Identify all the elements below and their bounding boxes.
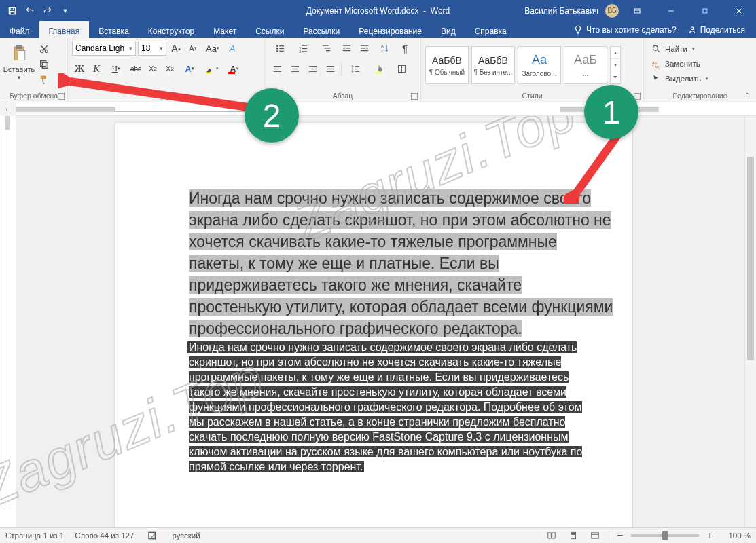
- multilevel-icon[interactable]: [315, 41, 337, 56]
- status-words[interactable]: Слово 44 из 127: [75, 531, 134, 540]
- page[interactable]: Иногда нам срочно нужно записать содержи…: [115, 123, 632, 527]
- status-page[interactable]: Страница 1 из 1: [5, 531, 64, 540]
- change-case-icon[interactable]: Aa ▾: [202, 41, 223, 56]
- zoom-out-icon[interactable]: −: [615, 529, 626, 542]
- svg-rect-15: [279, 45, 284, 46]
- web-layout-icon[interactable]: [587, 529, 603, 542]
- select-button[interactable]: Выделить ▾: [651, 72, 708, 86]
- paste-button[interactable]: Вставить ▼: [4, 41, 34, 88]
- svg-rect-33: [360, 48, 365, 48]
- sort-icon[interactable]: AZ: [374, 41, 395, 56]
- tab-review[interactable]: Рецензирование: [349, 21, 431, 38]
- tell-me[interactable]: Что вы хотите сделать?: [573, 25, 677, 35]
- align-center-icon[interactable]: [287, 61, 303, 76]
- redo-icon[interactable]: [39, 3, 56, 19]
- svg-point-5: [691, 26, 694, 29]
- indent-left-icon[interactable]: [338, 41, 355, 56]
- line-spacing-icon[interactable]: [344, 61, 366, 76]
- save-icon[interactable]: [4, 3, 20, 19]
- font-name-select[interactable]: Candara Ligh▾: [72, 41, 136, 56]
- tab-view[interactable]: Вид: [431, 21, 465, 38]
- svg-rect-1: [10, 7, 14, 10]
- styles-scroll[interactable]: ▴▾⏷: [610, 46, 621, 84]
- status-language[interactable]: русский: [172, 531, 200, 540]
- shrink-font-icon[interactable]: A▾: [185, 41, 200, 56]
- group-paragraph: 123 AZ ¶ Абзац: [265, 38, 421, 102]
- qat-customize-icon[interactable]: ▼: [57, 3, 73, 19]
- cut-icon[interactable]: [37, 42, 52, 56]
- tab-references[interactable]: Ссылки: [246, 21, 293, 38]
- indent-right-icon[interactable]: [356, 41, 372, 56]
- scrollbar-vertical[interactable]: [744, 116, 756, 527]
- tab-layout[interactable]: Макет: [204, 21, 246, 38]
- svg-text:ac: ac: [655, 64, 659, 69]
- tab-home[interactable]: Главная: [39, 21, 90, 38]
- font-size-select[interactable]: 18▾: [138, 41, 166, 56]
- svg-rect-26: [322, 45, 328, 45]
- titlebar: ▼ Документ Microsoft Word.docx - Word Ва…: [0, 0, 756, 21]
- style-no-spacing[interactable]: АаБбВ¶ Без инте...: [471, 46, 515, 84]
- grow-font-icon[interactable]: A▴: [168, 41, 183, 56]
- style-heading1[interactable]: АаЗаголово...: [518, 46, 561, 84]
- show-marks-icon[interactable]: ¶: [397, 41, 413, 56]
- style-normal[interactable]: АаБбВ¶ Обычный: [425, 46, 469, 84]
- annotation-arrow-1: [564, 129, 645, 204]
- replace-button[interactable]: abacЗаменить: [651, 57, 708, 71]
- svg-rect-19: [279, 50, 284, 51]
- paragraph-dialog-icon[interactable]: [411, 93, 418, 100]
- svg-rect-34: [360, 50, 367, 51]
- zoom-in-icon[interactable]: +: [704, 530, 715, 541]
- shading-icon[interactable]: [367, 61, 389, 76]
- zoom-slider[interactable]: [631, 534, 699, 537]
- quick-access-toolbar: ▼: [0, 3, 73, 19]
- tab-insert[interactable]: Вставка: [89, 21, 139, 38]
- ribbon-tabs: Файл Главная Вставка Конструктор Макет С…: [0, 21, 756, 38]
- maximize-icon[interactable]: [689, 0, 721, 21]
- tab-design[interactable]: Конструктор: [139, 21, 204, 38]
- copy-icon[interactable]: [37, 58, 52, 71]
- svg-rect-39: [273, 71, 281, 71]
- bullets-icon[interactable]: [269, 41, 291, 56]
- tab-file[interactable]: Файл: [0, 21, 39, 38]
- justify-icon[interactable]: [322, 61, 338, 76]
- svg-rect-23: [302, 48, 307, 48]
- clear-format-icon[interactable]: A: [225, 41, 240, 56]
- style-heading2[interactable]: АаБ...: [564, 46, 607, 84]
- borders-icon[interactable]: [391, 61, 412, 76]
- ruler-vertical[interactable]: [0, 116, 16, 527]
- tab-selector-icon[interactable]: ∟: [0, 102, 16, 116]
- svg-text:3: 3: [299, 50, 301, 54]
- svg-text:A: A: [380, 44, 383, 48]
- svg-point-16: [276, 48, 278, 50]
- paragraph-1[interactable]: Иногда нам срочно нужно записать содержи…: [189, 187, 613, 339]
- document-name: Документ Microsoft Word.docx: [306, 6, 419, 16]
- paste-icon: [8, 42, 30, 64]
- tab-mailings[interactable]: Рассылки: [293, 21, 349, 38]
- search-icon: [651, 43, 662, 54]
- read-mode-icon[interactable]: [543, 529, 560, 542]
- svg-rect-30: [345, 48, 350, 48]
- spellcheck-icon[interactable]: [145, 529, 161, 542]
- svg-rect-12: [41, 60, 46, 66]
- undo-icon[interactable]: [22, 3, 38, 19]
- svg-rect-4: [703, 9, 707, 13]
- svg-rect-49: [355, 66, 359, 67]
- collapse-ribbon-icon[interactable]: ⌃: [741, 90, 753, 100]
- user-name[interactable]: Василий Батькавич: [524, 6, 598, 16]
- tab-help[interactable]: Справка: [465, 21, 516, 38]
- align-left-icon[interactable]: [269, 61, 285, 76]
- svg-rect-59: [572, 533, 575, 534]
- numbering-icon[interactable]: 123: [292, 41, 314, 56]
- close-icon[interactable]: [723, 0, 755, 21]
- align-right-icon[interactable]: [304, 61, 321, 76]
- format-painter-icon[interactable]: [37, 73, 52, 87]
- paragraph-2[interactable]: Иногда нам срочно нужно записать содержи…: [189, 340, 595, 474]
- zoom-level[interactable]: 100 %: [721, 531, 751, 540]
- minimize-icon[interactable]: [655, 0, 687, 21]
- ribbon-display-icon[interactable]: [622, 0, 653, 21]
- user-avatar[interactable]: ВБ: [605, 4, 619, 18]
- find-button[interactable]: Найти ▾: [651, 42, 708, 56]
- svg-rect-60: [592, 533, 599, 538]
- share-button[interactable]: Поделиться: [687, 25, 745, 35]
- print-layout-icon[interactable]: [565, 529, 581, 542]
